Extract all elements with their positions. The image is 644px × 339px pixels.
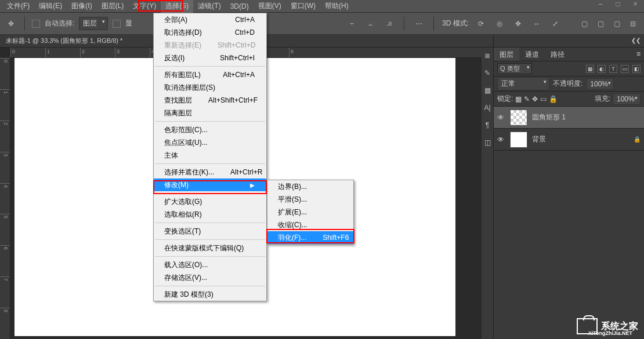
label: 取消选择(D) (164, 28, 202, 38)
filter-smart-icon[interactable]: ◧ (632, 65, 641, 73)
menu-layer[interactable]: 图层(L) (97, 0, 129, 13)
watermark-subtext: XiTongZhiJia.NET (588, 330, 632, 336)
align-bottom-icon[interactable]: ⫡ (383, 17, 396, 30)
layer-row-rounded-rect[interactable]: 👁 圆角矩形 1 (494, 107, 644, 129)
menu-view[interactable]: 视图(V) (254, 0, 286, 13)
menu-item-load-selection[interactable]: 载入选区(O)... (154, 258, 266, 271)
submenu-item-feather[interactable]: 羽化(F)...Shift+F6 (267, 231, 353, 244)
menu-item-inverse[interactable]: 反选(I)Shift+Ctrl+I (154, 52, 266, 64)
menu-image[interactable]: 图像(I) (67, 0, 96, 13)
menu-help[interactable]: 帮助(H) (320, 0, 353, 13)
menu-item-find-layers[interactable]: 查找图层Alt+Shift+Ctrl+F (154, 94, 266, 107)
layer-thumbnail[interactable] (510, 132, 527, 148)
layer-name[interactable]: 背景 (532, 134, 546, 144)
lock-all-icon[interactable]: 🔒 (549, 95, 558, 103)
brush-panel-icon[interactable]: ✎ (483, 68, 492, 78)
menu-item-color-range[interactable]: 色彩范围(C)... (154, 123, 266, 136)
menu-type[interactable]: 文字(Y) (128, 0, 161, 13)
menu-item-quick-mask[interactable]: 在快速蒙版模式下编辑(Q) (154, 242, 266, 254)
lock-trans-icon[interactable]: ▦ (515, 95, 522, 103)
label: 存储选区(V)... (164, 273, 207, 283)
minimize-button[interactable]: – (592, 0, 609, 8)
menu-file[interactable]: 文件(F) (2, 0, 34, 13)
filter-shape-icon[interactable]: ▭ (621, 65, 629, 73)
menu-3d[interactable]: 3D(D) (226, 1, 254, 12)
3d-slide-icon[interactable]: ↔ (530, 17, 543, 30)
layer-thumbnail[interactable] (510, 110, 527, 126)
menu-item-transform-selection[interactable]: 变换选区(T) (154, 225, 266, 238)
menu-item-all-layers[interactable]: 所有图层(L)Alt+Ctrl+A (154, 68, 266, 81)
menu-item-subject[interactable]: 主体 (154, 149, 266, 162)
blend-mode-dropdown[interactable]: 正常 (497, 77, 549, 90)
fill-input[interactable]: 100% (613, 93, 641, 105)
auto-select-target-dropdown[interactable]: 图层 (79, 17, 108, 30)
menu-item-select-and-mask[interactable]: 选择并遮住(K)...Alt+Ctrl+R (154, 166, 266, 178)
menu-item-all[interactable]: 全部(A)Ctrl+A (154, 13, 266, 26)
layer-name[interactable]: 圆角矩形 1 (532, 112, 566, 122)
submenu-item-smooth[interactable]: 平滑(S)... (267, 193, 353, 206)
show-transform-checkbox[interactable] (113, 20, 121, 28)
menu-window[interactable]: 窗口(W) (286, 0, 320, 13)
distribute-icon[interactable]: ⋯ (413, 17, 425, 30)
character-panel-icon[interactable]: A| (483, 103, 492, 112)
label: 主体 (164, 151, 178, 161)
submenu-item-contract[interactable]: 收缩(C)... (267, 218, 353, 231)
close-button[interactable]: × (627, 0, 644, 8)
lock-image-icon[interactable]: ✎ (524, 95, 530, 103)
menu-item-similar[interactable]: 选取相似(R) (154, 208, 266, 221)
collapsed-panels: ≣ ✎ ▦ A| ¶ ◫ (482, 48, 493, 339)
visibility-toggle-icon[interactable]: 👁 (497, 136, 505, 144)
layer-row-background[interactable]: 👁 背景 🔒 (494, 129, 644, 151)
align-top-icon[interactable]: ⫟ (346, 17, 359, 30)
tab-channels[interactable]: 通道 (519, 48, 545, 61)
menu-select[interactable]: 选择(S) (161, 0, 193, 13)
paragraph-panel-icon[interactable]: ¶ (483, 121, 492, 130)
label: 隔离图层 (164, 108, 192, 118)
visibility-toggle-icon[interactable]: 👁 (497, 114, 505, 122)
opacity-input[interactable]: 100% (586, 78, 614, 90)
menu-item-isolate-layers[interactable]: 隔离图层 (154, 107, 266, 119)
3d-scale-icon[interactable]: ⤢ (549, 17, 562, 30)
app-menubar: 文件(F) 编辑(E) 图像(I) 图层(L) 文字(Y) 选择(S) 滤镜(T… (0, 0, 644, 13)
filter-pixel-icon[interactable]: ▩ (586, 65, 594, 73)
panel-menu-icon[interactable]: ≡ (633, 48, 644, 61)
tab-paths[interactable]: 路径 (545, 48, 570, 61)
menu-item-deselect-layers[interactable]: 取消选择图层(S) (154, 81, 266, 94)
menu-item-reselect: 重新选择(E)Shift+Ctrl+D (154, 39, 266, 52)
filter-adjust-icon[interactable]: ◐ (598, 65, 606, 73)
menu-item-modify[interactable]: 修改(M)▶ (154, 178, 266, 191)
label: 反选(I) (164, 53, 184, 63)
lock-artboard-icon[interactable]: ▭ (540, 95, 547, 103)
menu-item-grow[interactable]: 扩大选取(G) (154, 195, 266, 208)
menu-item-new-3d-extrusion[interactable]: 新建 3D 模型(3) (154, 288, 266, 301)
maximize-button[interactable]: □ (609, 0, 627, 8)
menu-item-deselect[interactable]: 取消选择(D)Ctrl+D (154, 26, 266, 39)
lock-position-icon[interactable]: ✥ (532, 95, 538, 103)
library-panel-icon[interactable]: ◫ (483, 138, 492, 147)
3d-orbit-icon[interactable]: ⟳ (475, 17, 487, 30)
auto-select-checkbox[interactable] (32, 20, 40, 28)
menu-edit[interactable]: 编辑(E) (34, 0, 67, 13)
submenu-item-expand[interactable]: 扩展(E)... (267, 206, 353, 218)
document-tab[interactable]: 未标题-1 @ 33.3% (圆角矩形 1, RGB/8) * (6, 37, 122, 45)
menu-separator (155, 193, 265, 194)
layer-filter-type-dropdown[interactable]: Q 类型 (497, 63, 532, 74)
menu-item-save-selection[interactable]: 存储选区(V)... (154, 271, 266, 284)
panel-collapse-icon[interactable]: ⊟ (627, 17, 639, 30)
history-panel-icon[interactable]: ≣ (483, 51, 492, 60)
3d-pan-icon[interactable]: ✥ (512, 17, 524, 30)
panel-group2-icon[interactable]: ▢ (594, 17, 607, 30)
panel-group1-icon[interactable]: ▢ (578, 17, 591, 30)
move-tool-icon[interactable]: ✥ (5, 17, 17, 30)
submenu-item-border[interactable]: 边界(B)... (267, 180, 353, 193)
menu-item-focus-area[interactable]: 焦点区域(U)... (154, 136, 266, 149)
menu-filter[interactable]: 滤镜(T) (193, 0, 225, 13)
3d-roll-icon[interactable]: ◎ (493, 17, 506, 30)
panel-group3-icon[interactable]: ▢ (610, 17, 623, 30)
swatches-panel-icon[interactable]: ▦ (483, 86, 492, 95)
align-vcenter-icon[interactable]: ⫠ (364, 17, 377, 30)
tab-layers[interactable]: 图层 (494, 48, 519, 61)
label: 查找图层 (164, 96, 192, 105)
collapse-panel-icon[interactable]: ❮❮ (631, 37, 641, 45)
filter-type-icon[interactable]: T (609, 65, 617, 73)
